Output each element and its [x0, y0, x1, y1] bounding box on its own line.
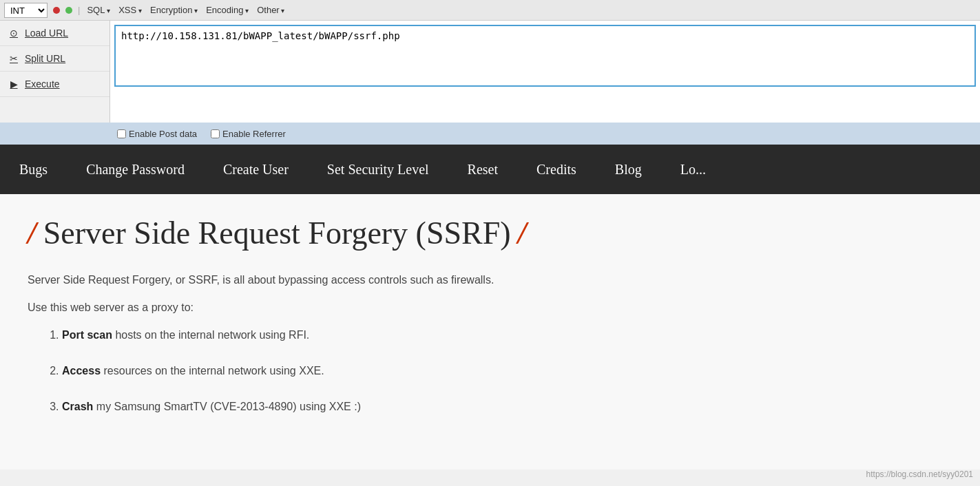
list-item-1-rest: hosts on the internal network using RFI.: [115, 329, 309, 341]
description-2: Use this web server as a proxy to:: [28, 299, 952, 316]
post-data-checkbox[interactable]: [117, 129, 126, 138]
referrer-text: Enable Referrer: [222, 129, 286, 139]
xss-button[interactable]: XSS: [117, 5, 143, 15]
execute-label: Execute: [25, 78, 60, 89]
execute-icon: ▶: [7, 77, 21, 91]
nav-blog[interactable]: Blog: [596, 145, 661, 194]
nav-credits[interactable]: Credits: [517, 145, 596, 194]
list-item-2: Access resources on the internal network…: [62, 363, 952, 379]
side-buttons: ⊙ Load URL ✂ Split URL ▶ Execute: [0, 21, 110, 123]
list-item-1-bold: Port scan: [62, 329, 112, 341]
referrer-label[interactable]: Enable Referrer: [211, 129, 286, 139]
other-button[interactable]: Other: [256, 5, 286, 15]
nav-bugs[interactable]: Bugs: [0, 145, 67, 194]
ssrf-list: Port scan hosts on the internal network …: [62, 327, 952, 415]
nav-more[interactable]: Lo...: [661, 145, 725, 194]
separator: |: [78, 5, 80, 15]
slash-right-icon: /: [518, 215, 527, 251]
list-item-3-bold: Crash: [62, 401, 93, 412]
list-item-3: Crash my Samsung SmartTV (CVE-2013-4890)…: [62, 399, 952, 415]
load-url-label: Load URL: [25, 28, 68, 39]
list-item-1: Port scan hosts on the internal network …: [62, 327, 952, 344]
load-url-button[interactable]: ⊙ Load URL: [0, 21, 110, 46]
description-1: Server Side Request Forgery, or SSRF, is…: [28, 272, 952, 288]
referrer-checkbox[interactable]: [211, 129, 220, 138]
list-item-2-rest: resources on the internal network using …: [104, 365, 324, 377]
nav-bar: Bugs Change Password Create User Set Sec…: [0, 145, 980, 194]
page-title: / Server Side Request Forgery (SSRF) /: [28, 215, 952, 251]
sql-button[interactable]: SQL: [85, 5, 112, 15]
list-item-3-rest: my Samsung SmartTV (CVE-2013-4890) using…: [96, 401, 361, 412]
encryption-button[interactable]: Encryption: [149, 5, 199, 15]
page-title-text: Server Side Request Forgery (SSRF): [43, 215, 511, 251]
execute-button[interactable]: ▶ Execute: [0, 72, 110, 97]
toolbar: INT LOW MED HIGH | SQL XSS Encryption En…: [0, 0, 980, 21]
list-item-2-bold: Access: [62, 365, 101, 377]
url-input-area: http://10.158.131.81/bWAPP_latest/bWAPP/…: [110, 21, 980, 123]
dot-green-icon: [65, 7, 72, 14]
split-url-icon: ✂: [7, 52, 21, 65]
url-area: ⊙ Load URL ✂ Split URL ▶ Execute http://…: [0, 21, 980, 123]
load-url-icon: ⊙: [7, 26, 21, 40]
post-data-label[interactable]: Enable Post data: [117, 129, 197, 139]
level-dropdown[interactable]: INT LOW MED HIGH: [4, 3, 48, 18]
encoding-button[interactable]: Encoding: [205, 5, 250, 15]
split-url-label: Split URL: [25, 53, 65, 64]
checkboxes-bar: Enable Post data Enable Referrer: [0, 123, 980, 145]
nav-reset[interactable]: Reset: [448, 145, 517, 194]
dot-red-icon: [53, 7, 60, 14]
url-input[interactable]: http://10.158.131.81/bWAPP_latest/bWAPP/…: [114, 25, 976, 87]
nav-change-password[interactable]: Change Password: [67, 145, 204, 194]
split-url-button[interactable]: ✂ Split URL: [0, 46, 110, 72]
post-data-text: Enable Post data: [129, 129, 197, 139]
nav-set-security-level[interactable]: Set Security Level: [308, 145, 448, 194]
main-content: / Server Side Request Forgery (SSRF) / S…: [0, 194, 980, 469]
slash-left-icon: /: [28, 215, 37, 251]
nav-create-user[interactable]: Create User: [204, 145, 308, 194]
